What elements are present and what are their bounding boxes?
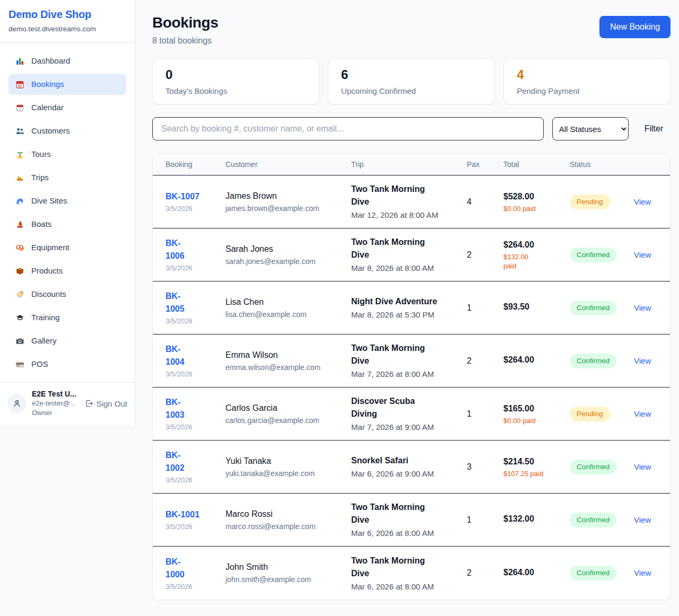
booking-link[interactable]: BK- 1005 — [166, 290, 219, 315]
view-link[interactable]: View — [634, 462, 651, 471]
sidebar-item-equipment[interactable]: Equipment — [8, 237, 126, 258]
booking-link[interactable]: BK-1007 — [166, 190, 219, 203]
sidebar-item-training[interactable]: Training — [8, 307, 126, 328]
customer-name: Yuki Tanaka — [225, 455, 345, 467]
trip-datetime: Mar 8, 2026 at 5:30 PM — [351, 310, 460, 320]
sidebar-item-dashboard[interactable]: Dashboard — [8, 50, 126, 72]
table-header-row: Booking Customer Trip Pax Total Status — [153, 154, 670, 175]
column-header-pax: Pax — [467, 160, 503, 169]
customer-email: john.smith@example.com — [225, 575, 345, 585]
status-badge: Confirmed — [570, 354, 616, 368]
stats-row: 0 Today's Bookings 6 Upcoming Confirmed … — [152, 58, 671, 104]
view-link[interactable]: View — [634, 568, 651, 577]
booking-link[interactable]: BK- 1004 — [166, 343, 219, 368]
view-link[interactable]: View — [634, 250, 651, 259]
customer-name: Sarah Jones — [225, 243, 345, 255]
customer-email: emma.wilson@example.com — [225, 363, 345, 373]
filter-button[interactable]: Filter — [637, 124, 671, 134]
customer-name: James Brown — [225, 190, 345, 202]
sidebar-item-products[interactable]: Products — [8, 260, 126, 281]
search-input[interactable] — [152, 117, 544, 140]
customer-name: Marco Rossi — [225, 508, 345, 520]
sidebar-item-bookings[interactable]: 17 Bookings — [8, 74, 126, 95]
pax-count: 2 — [467, 356, 503, 366]
bookings-table: Booking Customer Trip Pax Total Status B… — [152, 153, 671, 600]
trip-name: Night Dive Adventure — [351, 295, 460, 308]
column-header-status: Status — [570, 160, 634, 169]
view-link[interactable]: View — [634, 197, 651, 206]
booking-link[interactable]: BK- 1002 — [166, 449, 219, 474]
trip-name: Snorkel Safari — [351, 454, 460, 467]
booking-link[interactable]: BK- 1000 — [166, 556, 219, 581]
sidebar: Demo Dive Shop demo.test.divestreams.com… — [0, 0, 135, 425]
page-subtitle: 8 total bookings — [152, 35, 218, 47]
pax-count: 1 — [467, 409, 503, 419]
sidebar-item-pos[interactable]: POS — [8, 354, 126, 375]
booking-link[interactable]: BK-1001 — [166, 508, 219, 521]
palm-tree-icon — [15, 149, 24, 159]
page-header: Bookings 8 total bookings New Booking — [152, 14, 671, 47]
trip-name: Discover Scuba Diving — [351, 395, 460, 420]
view-link[interactable]: View — [634, 356, 651, 365]
user-email: e2e-tester@... — [32, 399, 80, 408]
stat-label: Upcoming Confirmed — [341, 85, 482, 96]
total-amount: $528.00 — [503, 191, 563, 203]
trip-datetime: Mar 6, 2026 at 8:00 AM — [351, 582, 460, 592]
trip-name: Two Tank Morning Dive — [351, 555, 460, 580]
status-select[interactable]: All Statuses — [552, 117, 629, 140]
customer-email: marco.rossi@example.com — [225, 522, 345, 532]
table-row: BK- 1003 3/5/2026 Carlos Garcia carlos.g… — [153, 388, 670, 441]
customer-email: james.brown@example.com — [225, 204, 345, 214]
table-row: BK-1007 3/5/2026 James Brown james.brown… — [153, 175, 670, 228]
trip-name: Two Tank Morning Dive — [351, 236, 460, 261]
sidebar-item-calendar[interactable]: Calendar — [8, 97, 126, 118]
sign-out-label: Sign Out — [97, 399, 127, 408]
status-badge: Pending — [570, 195, 610, 209]
main-content: Bookings 8 total bookings New Booking 0 … — [135, 0, 679, 600]
view-link[interactable]: View — [634, 303, 651, 312]
avatar — [7, 394, 27, 413]
booking-date: 3/5/2026 — [166, 204, 219, 213]
sidebar-item-tours[interactable]: Tours — [8, 144, 126, 165]
column-header-booking: Booking — [166, 160, 225, 169]
trip-name: Two Tank Morning Dive — [351, 342, 460, 367]
svg-text:17: 17 — [18, 84, 22, 87]
status-badge: Confirmed — [570, 248, 616, 262]
trip-datetime: Mar 6, 2026 at 9:00 AM — [351, 469, 460, 479]
sidebar-item-dive-sites[interactable]: Dive Sites — [8, 190, 126, 212]
app: Demo Dive Shop demo.test.divestreams.com… — [0, 0, 679, 616]
sidebar-item-trips[interactable]: Trips — [8, 167, 126, 188]
paid-amount: $132.00 paid — [503, 252, 563, 270]
sidebar-item-discounts[interactable]: Discounts — [8, 284, 126, 305]
pax-count: 4 — [467, 197, 503, 207]
brand-domain: demo.test.divestreams.com — [8, 24, 126, 34]
logout-icon — [85, 399, 93, 408]
new-booking-button[interactable]: New Booking — [599, 16, 671, 38]
trip-name: Two Tank Morning Dive — [351, 183, 460, 208]
graduation-cap-icon — [15, 313, 24, 322]
customer-email: sarah.jones@example.com — [225, 257, 345, 267]
booking-date: 3/5/2026 — [166, 522, 219, 531]
sidebar-item-gallery[interactable]: Gallery — [8, 330, 126, 351]
sailboat-icon — [15, 219, 24, 229]
total-amount: $165.00 — [503, 403, 563, 415]
pax-count: 3 — [467, 462, 503, 472]
view-link[interactable]: View — [634, 409, 651, 418]
customer-email: yuki.tanaka@example.com — [225, 469, 345, 479]
view-link[interactable]: View — [634, 515, 651, 524]
page-title: Bookings — [152, 14, 218, 32]
paid-amount: $0.00 paid — [503, 416, 563, 425]
customer-name: Carlos Garcia — [225, 402, 345, 414]
booking-link[interactable]: BK- 1006 — [166, 237, 219, 262]
column-header-customer: Customer — [225, 160, 351, 169]
booking-link[interactable]: BK- 1003 — [166, 396, 219, 421]
status-badge: Pending — [570, 407, 610, 421]
sidebar-item-boats[interactable]: Boats — [8, 214, 126, 235]
stat-card-todays-bookings: 0 Today's Bookings — [152, 58, 319, 104]
sign-out-button[interactable]: Sign Out — [85, 399, 127, 408]
stat-card-upcoming-confirmed: 6 Upcoming Confirmed — [328, 58, 495, 104]
trip-datetime: Mar 7, 2026 at 8:00 AM — [351, 369, 460, 380]
customer-email: lisa.chen@example.com — [225, 310, 345, 320]
sidebar-item-customers[interactable]: Customers — [8, 120, 126, 142]
user-name: E2E Test U... — [32, 389, 80, 399]
